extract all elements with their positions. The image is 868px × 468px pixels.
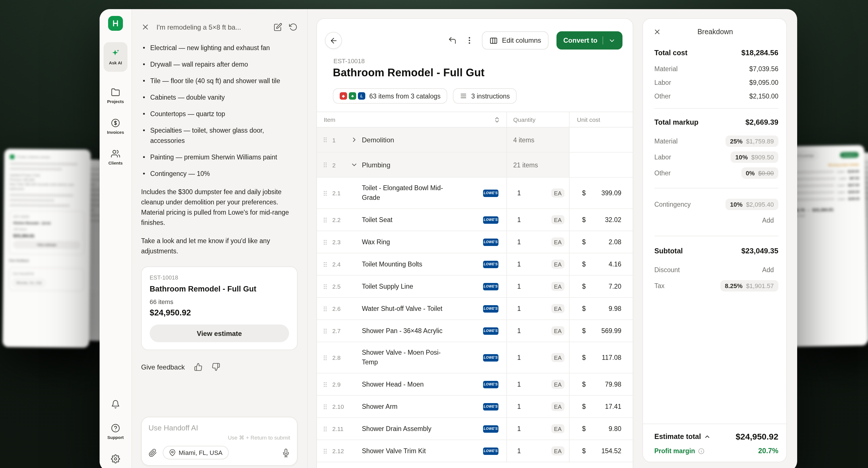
markup-chip[interactable]: 25% $1,759.89 [725,136,778,147]
unit-cost-value[interactable]: 9.80 [609,425,621,432]
collapse-all-icon[interactable] [493,116,501,123]
close-icon[interactable] [141,23,150,31]
drag-handle-icon[interactable] [321,403,329,410]
currency-symbol: $ [582,305,586,312]
drag-handle-icon[interactable] [321,381,329,388]
unit-cost-value[interactable]: 4.16 [609,261,621,268]
drag-handle-icon[interactable] [321,261,329,268]
table-group-row[interactable]: 2 Plumbing 21 items [317,153,633,178]
location-pill[interactable]: Miami, FL, USA [163,446,229,460]
table-row[interactable]: 2.11 Shower Drain Assembly LOWE'S 1 EA [317,418,633,440]
chat-input-placeholder[interactable]: Use Handoff AI [149,423,290,432]
table-row[interactable]: 2.4 Toilet Mounting Bolts LOWE'S 1 EA [317,253,633,275]
compose-icon[interactable] [274,23,282,31]
quantity-value[interactable]: 1 [517,425,521,432]
unit-cost-value[interactable]: 2.08 [609,239,621,245]
mini-convert-pill: Convert to [840,152,858,158]
quantity-value[interactable]: 1 [517,447,521,454]
table-row[interactable]: 2.12 Shower Valve Trim Kit LOWE'S 1 EA [317,440,633,462]
currency-symbol: $ [582,239,586,245]
unit-cost-value[interactable]: 9.98 [609,305,621,312]
catalogs-badge[interactable]: ◆ ♣ L 63 items from 3 catalogs [333,88,447,104]
drag-handle-icon[interactable] [321,447,329,455]
sidebar-item-invoices[interactable]: Invoices [107,118,124,135]
drag-handle-icon[interactable] [321,305,329,312]
unit-cost-value[interactable]: 79.98 [605,381,621,388]
tax-chip[interactable]: 8.25% $1,901.57 [720,280,778,292]
notifications-button[interactable] [111,400,120,409]
history-icon[interactable] [289,23,298,31]
drag-handle-icon[interactable] [321,189,329,197]
drag-handle-icon[interactable] [321,216,329,224]
quantity-value[interactable]: 1 [517,403,521,410]
drag-handle-icon[interactable] [321,425,329,432]
table-row[interactable]: 2.9 Shower Head - Moen LOWE'S 1 EA [317,374,633,396]
quantity-value[interactable]: 1 [517,239,521,245]
quantity-value[interactable]: 1 [517,327,521,334]
row-number: 2.9 [332,381,347,388]
sidebar-item-ask-ai[interactable]: Ask AI [103,42,127,72]
handoff-logo[interactable] [108,16,123,31]
quantity-value[interactable]: 1 [517,189,521,197]
markup-chip[interactable]: 0% $0.00 [741,167,778,179]
chat-thread-title[interactable]: I'm remodeling a 5×8 ft ba... [156,23,267,31]
edit-columns-button[interactable]: Edit columns [482,31,549,50]
unit-cost-value[interactable]: 17.41 [605,403,621,410]
row-number: 2.1 [332,189,347,197]
quantity-value[interactable]: 1 [517,305,521,312]
sidebar-item-support[interactable]: Support [107,423,124,440]
drag-handle-icon[interactable] [321,238,329,246]
quantity-value[interactable]: 1 [517,283,521,290]
table-row[interactable]: 2.10 Shower Arm LOWE'S 1 EA [317,396,633,418]
add-button[interactable]: Add [757,215,778,226]
contingency-chip[interactable]: 10% $2,095.40 [725,199,778,210]
thumbs-up-button[interactable] [194,363,202,371]
settings-button[interactable] [111,454,120,463]
quantity-value[interactable]: 1 [517,381,521,388]
thumbs-down-button[interactable] [211,363,220,371]
table-row[interactable]: 2.6 Water Shut-off Valve - Toilet LOWE'S… [317,298,633,320]
sidebar-item-clients[interactable]: Clients [108,149,123,166]
quantity-value[interactable]: 1 [517,216,521,223]
view-estimate-button[interactable]: View estimate [150,324,289,342]
table-row[interactable]: 2.5 Toilet Supply Line LOWE'S 1 EA [317,275,633,298]
instructions-badge[interactable]: 3 instructions [453,88,517,104]
unit-cost-value[interactable]: 399.09 [601,189,621,197]
chevron-right-icon[interactable] [350,136,359,144]
undo-icon[interactable] [448,36,457,45]
drag-handle-icon[interactable] [321,161,329,169]
sidebar-item-projects[interactable]: Projects [107,88,124,104]
estimate-total-toggle[interactable]: Estimate total [654,432,711,440]
quantity-value[interactable]: 1 [517,261,521,268]
table-row[interactable]: 2.1 Toilet - Elongated Bowl Mid-Grade LO… [317,178,633,209]
drag-handle-icon[interactable] [321,136,329,144]
column-unit-cost: Unit cost [569,112,633,127]
unit-chip: EA [551,326,564,335]
table-row[interactable]: 2.7 Shower Pan - 36×48 Acrylic LOWE'S 1 … [317,320,633,342]
table-row[interactable]: 2.2 Toilet Seat LOWE'S 1 EA [317,209,633,231]
table-group-row[interactable]: 1 Demolition 4 items [317,127,633,153]
unit-cost-value[interactable]: 117.08 [602,354,621,361]
convert-to-button[interactable]: Convert to [556,31,622,50]
drag-handle-icon[interactable] [321,327,329,334]
mini-estimate-id: EST-10029 [13,214,81,220]
table-row[interactable]: 2.8 Shower Valve - Moen Posi-Temp LOWE'S… [317,342,633,374]
mic-icon[interactable] [282,448,290,457]
more-options-icon[interactable] [465,36,474,45]
unit-cost-value[interactable]: 7.20 [609,283,621,290]
unit-cost-value[interactable]: 32.02 [605,216,621,223]
drag-handle-icon[interactable] [321,283,329,290]
close-icon[interactable] [653,28,661,36]
attachment-icon[interactable] [149,448,157,457]
unit-cost-value[interactable]: 154.52 [601,447,621,454]
add-discount-button[interactable]: Add [757,264,778,275]
chevron-down-icon[interactable] [350,161,359,169]
drag-handle-icon[interactable] [321,354,329,361]
back-button[interactable] [325,32,342,49]
info-icon[interactable] [698,448,704,454]
table-row[interactable]: 2.3 Wax Ring LOWE'S 1 EA [317,231,633,253]
chat-input-box[interactable]: Use Handoff AI Use ⌘ + Return to submit … [141,417,298,466]
quantity-value[interactable]: 1 [517,354,521,361]
markup-chip[interactable]: 10% $909.50 [731,151,778,163]
unit-cost-value[interactable]: 569.99 [601,327,621,334]
